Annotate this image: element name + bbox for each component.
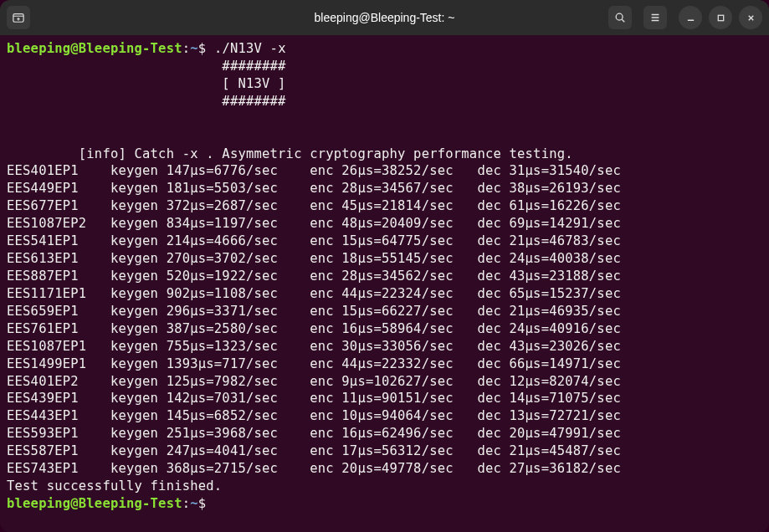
new-tab-button[interactable] xyxy=(7,6,30,29)
window-title: bleeping@Bleeping-Test: ~ xyxy=(315,11,455,24)
new-tab-icon xyxy=(13,12,24,23)
search-icon xyxy=(614,12,626,23)
prompt-path: ~ xyxy=(190,41,198,56)
prompt-dollar: $ xyxy=(198,41,214,56)
result-row: EES1087EP2 keygen 834µs=1197/sec enc 48µ… xyxy=(7,215,762,233)
result-row: EES449EP1 keygen 181µs=5503/sec enc 28µs… xyxy=(7,180,762,197)
svg-line-5 xyxy=(622,19,624,22)
svg-rect-10 xyxy=(718,15,723,20)
hamburger-icon xyxy=(649,12,661,23)
prompt-dollar: $ xyxy=(198,496,214,511)
terminal-window: bleeping@Bleeping-Test: ~ bleeping@Bleep… xyxy=(0,0,769,532)
search-button[interactable] xyxy=(608,6,632,29)
result-row: EES613EP1 keygen 270µs=3702/sec enc 18µs… xyxy=(7,250,762,268)
result-row: EES593EP1 keygen 251µs=3968/sec enc 16µs… xyxy=(7,425,762,442)
prompt-sep: : xyxy=(182,496,191,511)
maximize-icon xyxy=(716,13,725,23)
result-row: EES401EP2 keygen 125µs=7982/sec enc 9µs=… xyxy=(7,373,762,391)
result-row: EES541EP1 keygen 214µs=4666/sec enc 15µs… xyxy=(7,233,762,250)
result-row: EES677EP1 keygen 372µs=2687/sec enc 45µs… xyxy=(7,197,762,215)
titlebar: bleeping@Bleeping-Test: ~ xyxy=(0,0,769,35)
terminal-body[interactable]: bleeping@Bleeping-Test:~$ ./N13V -x ####… xyxy=(0,35,769,532)
blank-line xyxy=(7,110,762,128)
prompt-user-host: bleeping@Bleeping-Test xyxy=(7,496,182,511)
banner-line: ######## xyxy=(7,93,762,110)
result-row: EES443EP1 keygen 145µs=6852/sec enc 10µs… xyxy=(7,407,762,425)
result-row: EES887EP1 keygen 520µs=1922/sec enc 28µs… xyxy=(7,268,762,285)
result-row: EES761EP1 keygen 387µs=2580/sec enc 16µs… xyxy=(7,320,762,338)
prompt-user-host: bleeping@Bleeping-Test xyxy=(7,41,182,56)
result-row: EES1087EP1 keygen 755µs=1323/sec enc 30µ… xyxy=(7,338,762,356)
prompt-path: ~ xyxy=(190,496,198,511)
close-icon xyxy=(746,13,756,23)
minimize-button[interactable] xyxy=(679,6,702,29)
svg-point-4 xyxy=(616,13,623,20)
result-row: EES587EP1 keygen 247µs=4041/sec enc 17µs… xyxy=(7,442,762,460)
maximize-button[interactable] xyxy=(709,6,732,29)
banner-line: ######## xyxy=(7,58,762,75)
command-line: bleeping@Bleeping-Test:~$ ./N13V -x xyxy=(7,40,762,58)
prompt-line: bleeping@Bleeping-Test:~$ xyxy=(7,495,762,513)
result-row: EES1499EP1 keygen 1393µs=717/sec enc 44µ… xyxy=(7,356,762,373)
minimize-icon xyxy=(686,13,695,23)
command-text: ./N13V -x xyxy=(214,41,286,56)
menu-button[interactable] xyxy=(643,6,667,29)
prompt-sep: : xyxy=(182,41,191,56)
banner-line: [ N13V ] xyxy=(7,75,762,93)
result-row: EES439EP1 keygen 142µs=7031/sec enc 11µs… xyxy=(7,390,762,407)
result-row: EES401EP1 keygen 147µs=6776/sec enc 26µs… xyxy=(7,162,762,180)
result-row: EES1171EP1 keygen 902µs=1108/sec enc 44µ… xyxy=(7,285,762,303)
info-line: [info] Catch -x . Asymmetric cryptograph… xyxy=(7,146,762,163)
close-button[interactable] xyxy=(739,6,762,29)
result-row: EES659EP1 keygen 296µs=3371/sec enc 15µs… xyxy=(7,303,762,320)
finish-line: Test successfully finished. xyxy=(7,478,762,495)
blank-line xyxy=(7,128,762,146)
result-row: EES743EP1 keygen 368µs=2715/sec enc 20µs… xyxy=(7,460,762,478)
